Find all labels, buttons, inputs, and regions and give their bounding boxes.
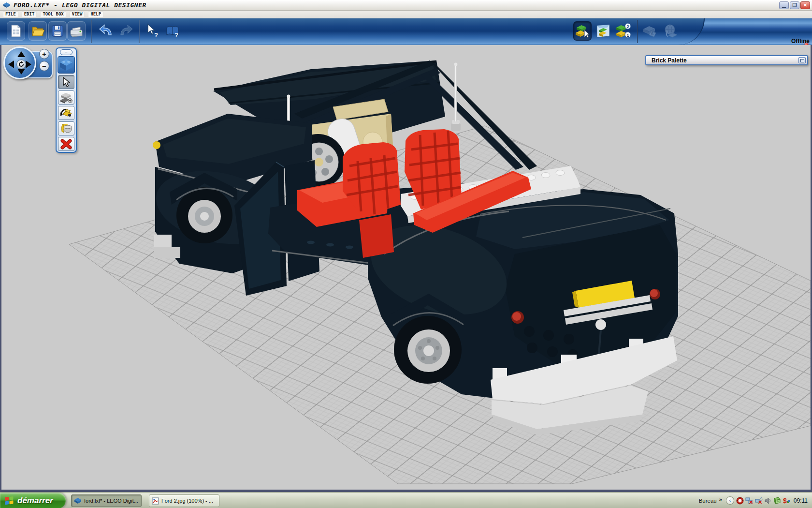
price-tag-brick-icon: $ xyxy=(642,23,658,39)
start-button[interactable]: démarrer xyxy=(0,493,66,508)
tray-collapse-button[interactable]: ‹ xyxy=(726,496,734,505)
upload-button-disabled[interactable] xyxy=(661,21,680,41)
brick-palette-bar[interactable]: Brick Palette xyxy=(645,55,808,65)
paint-tool-icon xyxy=(60,123,72,134)
window-title: FORD.LXF* - LEGO DIGITAL DESIGNER xyxy=(14,1,146,9)
brick-palette-title: Brick Palette xyxy=(652,57,798,64)
view-mode-icon xyxy=(595,23,611,39)
wireless-disconnected-tray-icon[interactable]: ✕ xyxy=(755,497,763,505)
palette-minimize-button[interactable]: − xyxy=(60,49,72,55)
delete-tool-icon xyxy=(60,139,72,149)
menu-file[interactable]: FILE xyxy=(3,11,18,17)
select-tool-icon xyxy=(61,77,71,88)
start-label: démarrer xyxy=(17,496,53,506)
svg-text:✕: ✕ xyxy=(758,499,762,505)
antivirus-tray-icon[interactable] xyxy=(736,497,744,505)
windows-logo-icon xyxy=(4,495,14,506)
toolbar-separator xyxy=(91,20,92,43)
pan-down-icon[interactable] xyxy=(17,69,25,75)
svg-text:?: ? xyxy=(174,31,178,38)
clone-tool-button[interactable] xyxy=(58,90,74,105)
taskbar: démarrer ford.lxf* - LEGO Digit... Ford … xyxy=(0,492,812,508)
save-icon xyxy=(50,24,65,38)
maximize-button[interactable]: ❐ xyxy=(790,1,799,9)
close-button[interactable]: ✕ xyxy=(800,1,810,9)
app-window: FORD.LXF* - LEGO DIGITAL DESIGNER ▁ ❐ ✕ … xyxy=(0,0,812,508)
camera-nav-widget: + − xyxy=(3,46,53,81)
minimize-button[interactable]: ▁ xyxy=(779,1,789,9)
titlebar[interactable]: FORD.LXF* - LEGO DIGITAL DESIGNER ▁ ❐ ✕ xyxy=(0,0,812,11)
menu-toolbox[interactable]: TOOL BOX xyxy=(40,11,66,17)
help-book-icon: ? xyxy=(165,24,180,38)
svg-text:1: 1 xyxy=(627,33,629,38)
svg-text:2: 2 xyxy=(627,24,629,29)
menu-help[interactable]: HELP xyxy=(88,11,103,17)
paint-tool-button[interactable] xyxy=(58,121,74,135)
building-guide-button[interactable]: 2 1 xyxy=(614,21,632,41)
print-button[interactable] xyxy=(67,21,86,41)
view-mode-button[interactable] xyxy=(594,21,612,41)
buy-button-disabled[interactable]: $ xyxy=(641,21,659,41)
undo-icon xyxy=(98,23,114,39)
new-file-icon xyxy=(9,24,23,38)
lego-model-ford[interactable] xyxy=(149,60,678,435)
svg-text:$: $ xyxy=(783,497,787,505)
viewport-3d[interactable]: + − − xyxy=(0,45,812,490)
redo-button-disabled[interactable] xyxy=(116,21,136,41)
zoom-in-button[interactable]: + xyxy=(39,49,49,59)
pan-up-icon[interactable] xyxy=(17,51,25,57)
app-logo-brick-icon xyxy=(3,2,10,8)
tool-palette: − xyxy=(56,47,77,153)
lego-scene[interactable] xyxy=(1,45,811,490)
rotate-view-button[interactable] xyxy=(16,60,26,69)
print-icon xyxy=(69,24,84,38)
updater-tray-icon[interactable] xyxy=(773,497,781,505)
taskbar-clock: 09:11 xyxy=(794,497,808,504)
menubar: FILE EDIT TOOL BOX VIEW HELP xyxy=(0,11,812,18)
save-button[interactable] xyxy=(48,21,67,41)
open-file-icon xyxy=(30,24,45,38)
brick-tool-icon xyxy=(59,58,73,72)
menu-edit[interactable]: EDIT xyxy=(22,11,37,17)
build-mode-icon xyxy=(575,23,590,39)
volume-tray-icon[interactable] xyxy=(765,497,772,505)
pan-left-icon[interactable] xyxy=(8,60,14,68)
context-help-cursor-icon: ? xyxy=(145,23,160,39)
help-button[interactable]: ? xyxy=(163,21,182,41)
rotate-icon xyxy=(18,61,25,68)
open-file-button[interactable] xyxy=(29,21,47,41)
hinge-tool-icon xyxy=(60,107,72,119)
build-mode-button[interactable] xyxy=(573,21,592,41)
redo-icon xyxy=(118,23,134,39)
menu-view[interactable]: VIEW xyxy=(70,11,85,17)
hinge-tool-button[interactable] xyxy=(58,106,74,120)
globe-upload-icon xyxy=(663,23,678,39)
pan-pad[interactable] xyxy=(3,46,36,79)
system-tray: Bureau » ‹ ✕ ✕ xyxy=(699,493,812,508)
select-tool-button[interactable] xyxy=(58,75,74,89)
zoom-out-button[interactable]: − xyxy=(39,61,49,71)
toolbar-separator xyxy=(139,20,140,43)
money-app-tray-icon[interactable]: $ xyxy=(783,497,791,505)
pan-right-icon[interactable] xyxy=(26,60,31,68)
building-guide-icon: 2 1 xyxy=(615,23,631,39)
network-disconnected-tray-icon[interactable]: ✕ xyxy=(745,497,754,505)
brick-palette-restore-button[interactable] xyxy=(798,57,806,63)
antenna-right[interactable] xyxy=(451,63,461,131)
lego-brick-icon xyxy=(74,497,82,504)
toolbar: ? ? xyxy=(0,18,812,45)
undo-button[interactable] xyxy=(96,21,116,41)
svg-text:?: ? xyxy=(154,31,158,39)
svg-text:✕: ✕ xyxy=(749,499,753,505)
delete-tool-button[interactable] xyxy=(58,137,74,151)
taskbar-item-ford-lxf[interactable]: ford.lxf* - LEGO Digit... xyxy=(71,494,142,507)
offline-status: Offline xyxy=(791,38,810,45)
toolbar-overflow-chevron[interactable]: » xyxy=(719,496,722,502)
bureau-toolbar-label: Bureau xyxy=(699,498,717,504)
taskbar-item-ford-jpg[interactable]: Ford 2.jpg (100%) - ... xyxy=(149,494,219,507)
context-help-button[interactable]: ? xyxy=(143,21,161,41)
new-file-button[interactable] xyxy=(7,21,25,41)
clone-tool-icon xyxy=(60,92,72,104)
svg-text:$: $ xyxy=(651,31,653,36)
brick-tool-button[interactable] xyxy=(58,56,75,74)
